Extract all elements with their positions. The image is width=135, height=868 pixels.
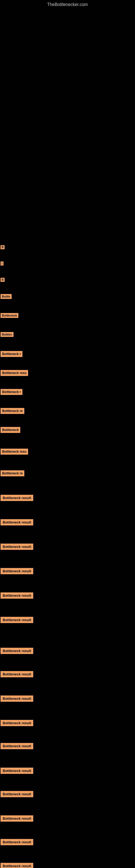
bottleneck-result-label-23: Bottleneck result xyxy=(1,720,33,726)
bottleneck-result-label-1: B xyxy=(1,245,5,249)
bottleneck-result-label-29: Bottleneck result xyxy=(1,863,33,868)
bottleneck-result-label-24: Bottleneck result xyxy=(1,743,33,749)
bottleneck-result-label-4: Bottle xyxy=(1,294,12,299)
bottleneck-result-label-9: Bottleneck r xyxy=(1,389,22,395)
bottleneck-result-label-20: Bottleneck result xyxy=(1,648,33,654)
bottleneck-result-label-26: Bottleneck result xyxy=(1,791,33,797)
bottleneck-result-label-16: Bottleneck result xyxy=(1,544,33,550)
bottleneck-result-label-3: B xyxy=(1,278,5,282)
bottleneck-result-label-18: Bottleneck result xyxy=(1,592,33,599)
bottleneck-result-label-22: Bottleneck result xyxy=(1,695,33,702)
bottleneck-result-label-17: Bottleneck result xyxy=(1,568,33,574)
bottleneck-result-label-14: Bottleneck result xyxy=(1,495,33,501)
bottleneck-result-label-11: Bottleneck xyxy=(1,427,20,433)
bottleneck-result-label-27: Bottleneck result xyxy=(1,815,33,822)
bottleneck-result-label-8: Bottleneck resu xyxy=(1,370,28,376)
bottleneck-result-label-10: Bottleneck re xyxy=(1,408,24,414)
bottleneck-result-label-25: Bottleneck result xyxy=(1,768,33,774)
bottleneck-result-label-6: Bottlen xyxy=(1,332,13,337)
bottleneck-result-label-13: Bottleneck re xyxy=(1,470,24,476)
bottleneck-result-label-15: Bottleneck result xyxy=(1,519,33,525)
bottleneck-result-label-5: Bottleneck xyxy=(1,313,18,318)
bottleneck-result-label-12: Bottleneck resu xyxy=(1,448,28,455)
site-title: TheBottlenecker.com xyxy=(0,0,135,9)
bottleneck-result-label-19: Bottleneck result xyxy=(1,617,33,623)
bottleneck-result-label-28: Bottleneck result xyxy=(1,839,33,845)
bottleneck-result-label-21: Bottleneck result xyxy=(1,671,33,677)
bottleneck-result-label-7: Bottleneck r xyxy=(1,351,22,357)
bottleneck-result-label-2: | xyxy=(1,261,3,266)
